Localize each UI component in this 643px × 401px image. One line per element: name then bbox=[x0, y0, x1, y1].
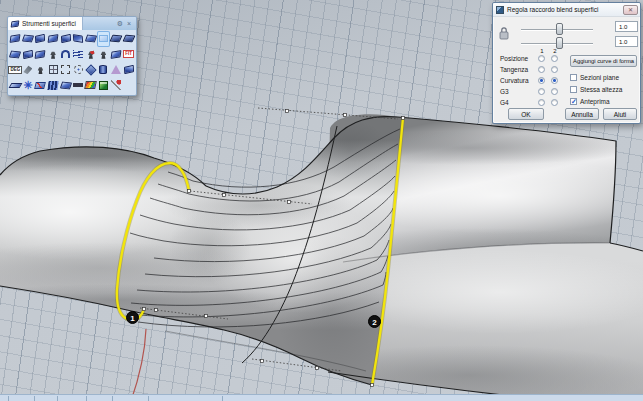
radio-curvatura-2[interactable] bbox=[551, 77, 558, 84]
checkbox-sezioni-piane[interactable] bbox=[570, 74, 577, 81]
palette-tab[interactable]: Strumenti superfici bbox=[8, 17, 83, 30]
row-label: Tangenza bbox=[500, 66, 528, 74]
revolve-icon[interactable] bbox=[9, 47, 22, 63]
surface-network-icon[interactable] bbox=[59, 31, 72, 47]
rhino-viewport[interactable]: 1 2 Strumenti superfici ⚙ × FITDEG✳ Rego… bbox=[0, 0, 643, 401]
palette-close-icon[interactable]: × bbox=[125, 17, 133, 30]
status-strip-tick bbox=[8, 396, 9, 401]
surface-planar-curves-icon[interactable] bbox=[34, 31, 47, 47]
rainbow-analysis-icon[interactable] bbox=[85, 78, 98, 94]
arch-surface-icon[interactable] bbox=[59, 47, 72, 63]
row-label: G3 bbox=[500, 88, 509, 96]
divide-surface-icon[interactable] bbox=[72, 78, 85, 94]
sketch-on-surface-icon[interactable] bbox=[110, 78, 123, 94]
annulla-button[interactable]: Annulla bbox=[565, 108, 599, 120]
dialog-title-bar[interactable]: Regola raccordo blend superfici ✕ bbox=[493, 3, 640, 17]
blend-value-input-2[interactable]: 1.0 bbox=[615, 36, 638, 47]
row-label: Posizione bbox=[500, 55, 528, 63]
offset-surface-icon[interactable] bbox=[110, 47, 123, 63]
drape-icon[interactable] bbox=[47, 47, 60, 63]
palette-tab-icon bbox=[11, 20, 20, 27]
surface-tools-palette: Strumenti superfici ⚙ × FITDEG✳ bbox=[7, 16, 137, 96]
surface-edge-curves-icon[interactable] bbox=[22, 31, 35, 47]
checkbox-label: Anteprima bbox=[580, 98, 610, 105]
checkbox-row-anteprima: Anteprima bbox=[570, 97, 610, 105]
surface-corner-points-icon[interactable] bbox=[9, 31, 22, 47]
continuity-row-posizione: Posizione bbox=[493, 55, 569, 64]
radio-tangenza-2[interactable] bbox=[551, 66, 558, 73]
sweep-2-rails-icon[interactable] bbox=[122, 31, 135, 47]
radio-g3-1[interactable] bbox=[538, 88, 545, 95]
blend-slider-thumb-1[interactable] bbox=[556, 23, 563, 35]
status-strip-tick bbox=[86, 396, 87, 401]
planar-surface-icon[interactable] bbox=[9, 78, 22, 94]
dialog-title: Regola raccordo blend superfici bbox=[507, 6, 598, 13]
extrude-curve-icon[interactable] bbox=[85, 31, 98, 47]
radio-posizione-1[interactable] bbox=[538, 55, 545, 62]
ok-button[interactable]: OK bbox=[508, 108, 544, 120]
checkbox-row-sezioni-piane: Sezioni piane bbox=[570, 73, 619, 81]
checkbox-anteprima[interactable] bbox=[570, 98, 577, 105]
flip-surface-icon[interactable] bbox=[72, 31, 85, 47]
palette-title: Strumenti superfici bbox=[22, 20, 76, 27]
contour-icon[interactable] bbox=[47, 78, 60, 94]
match-surface-icon[interactable] bbox=[85, 47, 98, 63]
blend-value-input-1[interactable]: 1.0 bbox=[615, 21, 638, 32]
radio-g4-1[interactable] bbox=[538, 99, 545, 106]
toolbar-icon-grid: FITDEG✳ bbox=[8, 30, 136, 93]
palette-gear-icon[interactable]: ⚙ bbox=[115, 17, 125, 30]
rebuild-surface-icon[interactable] bbox=[72, 62, 85, 78]
blend-surface-dialog: Regola raccordo blend superfici ✕ 1.0 1.… bbox=[492, 2, 641, 124]
loft-icon[interactable] bbox=[47, 31, 60, 47]
annotate-surface-icon[interactable] bbox=[34, 78, 47, 94]
fit-surface-icon[interactable]: FIT bbox=[122, 47, 135, 63]
untrim-icon[interactable] bbox=[34, 62, 47, 78]
checkbox-label: Stessa altezza bbox=[580, 86, 622, 93]
ribbon-offset-icon[interactable] bbox=[72, 47, 85, 63]
checkbox-row-stessa-altezza: Stessa altezza bbox=[570, 85, 622, 93]
radio-posizione-2[interactable] bbox=[551, 55, 558, 62]
environment-map-icon[interactable] bbox=[97, 78, 110, 94]
barrel-surface-icon[interactable] bbox=[97, 62, 110, 78]
lock-icon[interactable] bbox=[499, 26, 510, 40]
merge-surface-icon[interactable] bbox=[97, 47, 110, 63]
edge-tools-icon[interactable] bbox=[22, 62, 35, 78]
sweep-1-rail-icon[interactable] bbox=[110, 31, 123, 47]
row-label: Curvatura bbox=[500, 77, 529, 85]
radio-tangenza-1[interactable] bbox=[538, 66, 545, 73]
blend-edge-marker-2[interactable]: 2 bbox=[368, 315, 381, 328]
radio-g4-2[interactable] bbox=[551, 99, 558, 106]
row-label: G4 bbox=[500, 99, 509, 107]
status-strip-tick bbox=[222, 396, 223, 401]
continuity-row-curvatura: Curvatura bbox=[493, 77, 569, 86]
symmetry-icon[interactable] bbox=[85, 62, 98, 78]
continuity-row-g3: G3 bbox=[493, 88, 569, 97]
status-strip-tick bbox=[57, 396, 58, 401]
blend-edge-marker-1[interactable]: 1 bbox=[126, 311, 139, 324]
extend-surface-icon[interactable] bbox=[122, 62, 135, 78]
empty-slot bbox=[122, 78, 135, 94]
status-strip-tick bbox=[34, 396, 35, 401]
construction-axis-red bbox=[131, 329, 146, 401]
add-shape-curve-button[interactable]: Aggiungi curve di forma bbox=[570, 55, 637, 67]
fold-surface-icon[interactable] bbox=[59, 78, 72, 94]
radio-curvatura-1[interactable] bbox=[538, 77, 545, 84]
draft-angle-icon[interactable] bbox=[110, 62, 123, 78]
aiuti-button[interactable]: Aiuti bbox=[603, 108, 637, 120]
shrink-surface-icon[interactable] bbox=[59, 62, 72, 78]
refit-surface-icon[interactable] bbox=[47, 62, 60, 78]
checkbox-label: Sezioni piane bbox=[580, 74, 619, 81]
curvature-analysis-icon[interactable]: ✳ bbox=[22, 78, 35, 94]
status-strip-tick bbox=[112, 396, 113, 401]
blend-surface-active-icon[interactable] bbox=[97, 31, 110, 47]
palette-title-bar[interactable]: Strumenti superfici ⚙ × bbox=[8, 17, 136, 30]
dialog-close-button[interactable]: ✕ bbox=[623, 5, 638, 15]
checkbox-stessa-altezza[interactable] bbox=[570, 86, 577, 93]
radio-g3-2[interactable] bbox=[551, 88, 558, 95]
continuity-row-g4: G4 bbox=[493, 99, 569, 108]
patch-icon[interactable] bbox=[34, 47, 47, 63]
change-degree-icon[interactable]: DEG bbox=[9, 62, 22, 78]
rail-revolve-icon[interactable] bbox=[22, 47, 35, 63]
dialog-title-icon bbox=[496, 6, 504, 14]
column-header-2: 2 bbox=[551, 48, 559, 54]
